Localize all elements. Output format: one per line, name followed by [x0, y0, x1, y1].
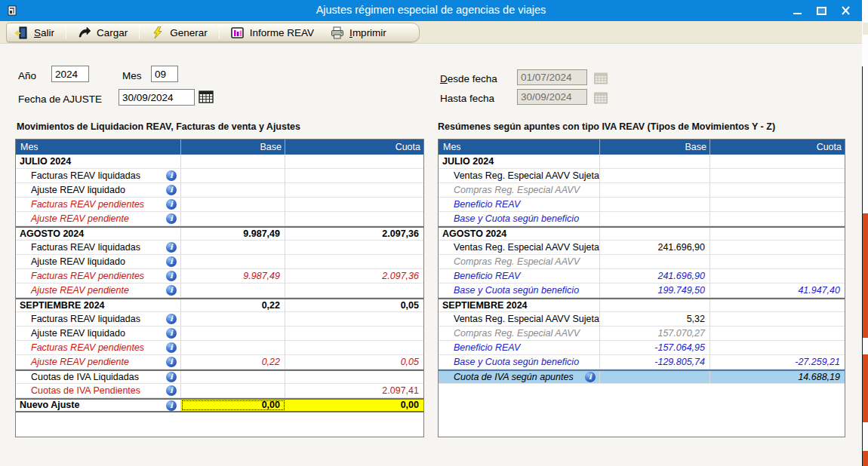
imprimir-button[interactable]: Imprimir — [322, 23, 395, 41]
info-icon[interactable] — [166, 314, 177, 324]
base-cell — [181, 183, 285, 197]
row-label: Facturas REAV liquidadas — [31, 170, 140, 182]
table-row[interactable]: Ajuste REAV pendiente — [16, 284, 423, 298]
info-icon[interactable] — [166, 342, 177, 353]
table-row[interactable]: Ajuste REAV liquidado — [16, 327, 423, 341]
cargar-button[interactable]: Cargar — [69, 23, 136, 41]
toolbar-panel: Salir Cargar — [6, 23, 420, 42]
info-icon[interactable] — [166, 357, 177, 367]
table-row[interactable]: Ajuste REAV liquidado — [16, 255, 423, 269]
table-row[interactable]: Facturas REAV liquidadas — [16, 169, 423, 183]
screen: Ajustes régimen especial de agencias de … — [0, 0, 868, 466]
cuota-cell — [710, 299, 845, 311]
table-row[interactable]: Beneficio REAV — [439, 198, 845, 212]
salir-button[interactable]: Salir — [7, 23, 63, 41]
info-icon[interactable] — [166, 271, 177, 281]
table-row[interactable]: Base y Cuota según beneficio199.749,5041… — [439, 284, 845, 298]
calendar-button[interactable] — [198, 89, 214, 105]
table-body: JULIO 2024Facturas REAV liquidadasAjuste… — [16, 155, 423, 412]
cuota-cell — [285, 255, 423, 268]
base-cell: 241.696,90 — [600, 241, 710, 254]
info-icon[interactable] — [166, 185, 177, 195]
close-button[interactable] — [833, 0, 857, 21]
info-icon[interactable] — [166, 328, 177, 339]
mes-input[interactable] — [151, 66, 178, 82]
base-cell — [181, 255, 285, 268]
fecha-ajuste-input[interactable] — [119, 89, 195, 106]
row-label: Cuota de IVA según apuntes — [454, 371, 574, 383]
table-row[interactable]: Facturas REAV pendientes — [16, 341, 423, 355]
table-row[interactable]: Ajuste REAV pendiente0,220,05 — [16, 355, 423, 369]
row-label: AGOSTO 2024 — [442, 228, 506, 240]
info-icon[interactable] — [166, 256, 177, 267]
table-row[interactable]: Beneficio REAV241.696,90 — [439, 269, 845, 284]
table-row[interactable]: SEPTIEMBRE 2024 — [439, 298, 845, 312]
table-row[interactable]: Cuota de IVA según apuntes14.688,19 — [439, 369, 845, 384]
info-icon[interactable] — [166, 199, 177, 210]
maximize-button[interactable] — [809, 0, 833, 21]
lightning-icon — [151, 26, 165, 39]
table-row[interactable]: AGOSTO 2024 — [439, 226, 845, 241]
table-row[interactable]: Ventas Reg. Especial AAVV Sujetas241.696… — [439, 241, 845, 255]
cuota-cell[interactable]: 0,00 — [285, 400, 423, 411]
toolbar-separator — [66, 26, 66, 39]
ano-input[interactable] — [51, 66, 89, 82]
toolbar-separator — [219, 26, 220, 39]
base-cell: 0,22 — [181, 355, 285, 369]
header-mes: Mes — [439, 139, 600, 155]
table-row[interactable]: Cuotas de IVA Liquidadas — [16, 369, 423, 384]
table-row[interactable]: Facturas REAV liquidadas — [16, 312, 423, 327]
table-row[interactable]: Ajuste REAV pendiente — [16, 212, 423, 226]
info-icon[interactable] — [166, 400, 177, 411]
table-row[interactable]: Compras Reg. Especial AAVV — [439, 183, 845, 198]
header-base: Base — [181, 139, 285, 155]
base-cell: 241.696,90 — [600, 269, 710, 283]
cuota-cell — [285, 371, 423, 383]
resumenes-section-title: Resúmenes según apuntes con tipo IVA REA… — [438, 121, 775, 132]
row-label: Facturas REAV pendientes — [31, 198, 144, 211]
table-row[interactable]: SEPTIEMBRE 20240,220,05 — [16, 298, 423, 312]
row-label: Compras Reg. Especial AAVV — [454, 184, 580, 197]
info-icon[interactable] — [166, 242, 177, 253]
row-label: SEPTIEMBRE 2024 — [442, 299, 528, 311]
table-row[interactable]: JULIO 2024 — [439, 155, 845, 169]
table-row[interactable]: Cuotas de IVA Pendientes2.097,41 — [16, 384, 423, 398]
toolbar: Salir Cargar — [0, 21, 862, 44]
table-row[interactable]: JULIO 2024 — [16, 155, 423, 169]
background-red-block — [863, 213, 868, 338]
base-cell[interactable]: 0,00 — [181, 400, 285, 411]
informe-reav-button[interactable]: Informe REAV — [223, 23, 322, 41]
info-icon[interactable] — [166, 213, 177, 224]
table-row[interactable]: Compras Reg. Especial AAVV157.070,27 — [439, 327, 845, 341]
info-icon[interactable] — [166, 372, 177, 382]
cuota-cell — [710, 228, 845, 240]
row-label: Beneficio REAV — [454, 270, 520, 283]
row-label: Base y Cuota según beneficio — [454, 284, 579, 297]
table-row[interactable]: Compras Reg. Especial AAVV — [439, 255, 845, 269]
table-row[interactable]: Ventas Reg. Especial AAVV Sujetas — [439, 169, 845, 183]
base-cell: 5,32 — [600, 312, 710, 326]
table-row[interactable]: Ajuste REAV liquidado — [16, 183, 423, 198]
cuota-cell — [710, 241, 845, 254]
info-icon[interactable] — [166, 385, 177, 396]
row-label: AGOSTO 2024 — [20, 228, 84, 240]
background-red-block — [863, 354, 868, 422]
table-row[interactable]: AGOSTO 20249.987,492.097,36 — [16, 226, 423, 241]
info-icon[interactable] — [585, 372, 596, 382]
table-row[interactable]: Facturas REAV pendientes9.987,492.097,36 — [16, 269, 423, 284]
minimize-button[interactable] — [785, 0, 809, 21]
table-row[interactable]: Facturas REAV pendientes — [16, 198, 423, 212]
table-row[interactable]: Ventas Reg. Especial AAVV Sujetas5,32 — [439, 312, 845, 327]
table-row[interactable]: Nuevo Ajuste0,000,00 — [16, 398, 423, 412]
table-row[interactable]: Base y Cuota según beneficio — [439, 212, 845, 226]
base-cell — [181, 327, 285, 340]
row-label: Ventas Reg. Especial AAVV Sujetas — [454, 241, 600, 254]
info-icon[interactable] — [166, 285, 177, 296]
desde-calendar-button-disabled — [593, 70, 609, 86]
table-row[interactable]: Beneficio REAV-157.064,95 — [439, 341, 845, 355]
generar-button[interactable]: Generar — [143, 23, 216, 41]
info-icon[interactable] — [166, 170, 177, 181]
table-row[interactable]: Facturas REAV liquidadas — [16, 241, 423, 255]
table-row[interactable]: Base y Cuota según beneficio-129.805,74-… — [439, 355, 845, 369]
cuota-cell — [710, 183, 845, 197]
